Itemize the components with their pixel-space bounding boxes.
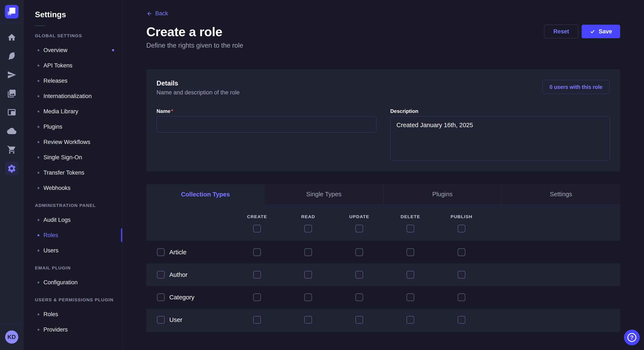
permission-checkbox[interactable]	[458, 248, 465, 256]
bullet-icon	[38, 111, 40, 113]
bullet-icon	[38, 234, 40, 236]
sidebar-item-review-workflows[interactable]: Review Workflows	[24, 134, 122, 150]
permission-checkbox[interactable]	[304, 316, 312, 324]
permission-checkbox[interactable]	[458, 271, 465, 279]
sidebar-item-api-tokens[interactable]: API Tokens	[24, 58, 122, 73]
name-label: Name*	[156, 108, 376, 114]
description-field-group: Description Created January 16th, 2025	[390, 108, 610, 161]
sidebar-item-providers[interactable]: Providers	[24, 322, 122, 337]
bullet-icon	[38, 49, 40, 51]
sidebar-item-plugins[interactable]: Plugins	[24, 119, 122, 134]
permission-checkbox[interactable]	[406, 293, 414, 301]
permission-checkbox[interactable]	[304, 271, 312, 279]
gear-icon[interactable]	[5, 162, 18, 175]
section-global-settings: GLOBAL SETTINGS Overview API Tokens Rele…	[24, 33, 122, 196]
permissions-header-row: CREATE READ UPDATE DELETE PUBLISH	[146, 205, 620, 219]
sidebar-item-audit-logs[interactable]: Audit Logs	[24, 212, 122, 227]
permission-checkbox[interactable]	[253, 248, 261, 256]
bullet-icon	[38, 65, 40, 67]
tab-settings[interactable]: Settings	[502, 184, 620, 205]
permission-checkbox[interactable]	[304, 248, 312, 256]
table-row-author: Author	[146, 263, 620, 286]
sidebar-item-roles-up[interactable]: Roles	[24, 307, 122, 322]
column-header-read: READ	[282, 214, 334, 219]
rail-bottom: KD	[0, 325, 23, 350]
row-select-checkbox[interactable]	[157, 293, 164, 301]
users-with-role-button[interactable]: 0 users with this role	[542, 80, 610, 94]
sidebar-item-releases[interactable]: Releases	[24, 73, 122, 88]
images-icon[interactable]	[5, 87, 18, 100]
details-title: Details	[156, 80, 610, 87]
sidebar-item-internationalization[interactable]: Internationalization	[24, 88, 122, 104]
bullet-icon	[38, 329, 40, 331]
back-link[interactable]: Back	[146, 10, 168, 17]
select-all-delete-checkbox[interactable]	[406, 225, 414, 232]
sidebar-item-users[interactable]: Users	[24, 243, 122, 258]
cloud-icon[interactable]	[5, 124, 18, 138]
row-select-checkbox[interactable]	[157, 316, 164, 324]
row-select-checkbox[interactable]	[157, 271, 164, 279]
permissions-tabs: Collection Types Single Types Plugins Se…	[146, 184, 620, 205]
select-all-read-checkbox[interactable]	[304, 225, 312, 232]
bullet-icon	[38, 250, 40, 252]
row-select-checkbox[interactable]	[157, 248, 164, 256]
cart-icon[interactable]	[5, 143, 18, 157]
select-all-publish-checkbox[interactable]	[458, 225, 465, 232]
table-row-article: Article	[146, 241, 620, 263]
permission-checkbox[interactable]	[356, 316, 363, 324]
permission-checkbox[interactable]	[356, 271, 363, 279]
permission-checkbox[interactable]	[304, 293, 312, 301]
permission-checkbox[interactable]	[406, 271, 414, 279]
permission-checkbox[interactable]	[253, 316, 261, 324]
page-subtitle: Define the rights given to the role	[146, 42, 620, 49]
permission-checkbox[interactable]	[253, 293, 261, 301]
permission-checkbox[interactable]	[458, 293, 465, 301]
section-administration-panel: ADMINISTRATION PANEL Audit Logs Roles Us…	[24, 203, 122, 258]
column-header-delete: DELETE	[385, 214, 436, 219]
column-header-publish: PUBLISH	[436, 214, 487, 219]
home-icon[interactable]	[5, 31, 18, 44]
table-row-category: Category	[146, 286, 620, 309]
rail-icons	[5, 23, 18, 180]
sidebar-item-overview[interactable]: Overview	[24, 42, 122, 58]
help-button[interactable]: ?	[624, 330, 640, 345]
required-asterisk: *	[171, 108, 173, 114]
reset-button[interactable]: Reset	[544, 25, 578, 38]
description-textarea[interactable]: Created January 16th, 2025	[390, 116, 610, 161]
tab-single-types[interactable]: Single Types	[265, 184, 383, 205]
strapi-logo-shape-2	[8, 11, 11, 15]
permission-checkbox[interactable]	[406, 316, 414, 324]
select-all-update-checkbox[interactable]	[356, 225, 363, 232]
permission-checkbox[interactable]	[356, 248, 363, 256]
permission-checkbox[interactable]	[356, 293, 363, 301]
description-label: Description	[390, 108, 610, 114]
sidebar-item-media-library[interactable]: Media Library	[24, 104, 122, 119]
send-icon[interactable]	[5, 68, 18, 82]
save-button[interactable]: Save	[582, 25, 620, 38]
bullet-icon	[38, 172, 40, 174]
name-input[interactable]	[156, 116, 376, 133]
tab-plugins[interactable]: Plugins	[383, 184, 502, 205]
feather-icon[interactable]	[5, 49, 18, 63]
permission-checkbox[interactable]	[253, 271, 261, 279]
select-all-row	[146, 225, 620, 241]
sidebar-item-roles-admin[interactable]: Roles	[24, 227, 122, 243]
section-header: ADMINISTRATION PANEL	[24, 203, 122, 208]
bullet-icon	[38, 80, 40, 82]
sidebar-item-webhooks[interactable]: Webhooks	[24, 180, 122, 196]
details-card: Details Name and description of the role…	[146, 69, 620, 172]
permission-checkbox[interactable]	[406, 248, 414, 256]
strapi-logo[interactable]	[5, 5, 18, 18]
bullet-icon	[38, 141, 40, 143]
avatar[interactable]: KD	[5, 331, 18, 344]
sidebar-item-transfer-tokens[interactable]: Transfer Tokens	[24, 165, 122, 180]
tab-collection-types[interactable]: Collection Types	[146, 184, 265, 205]
bullet-icon	[38, 126, 40, 128]
bullet-icon	[38, 219, 40, 221]
sidebar-item-single-sign-on[interactable]: Single Sign-On	[24, 150, 122, 165]
layout-icon[interactable]	[5, 105, 18, 119]
section-header: EMAIL PLUGIN	[24, 265, 122, 270]
permission-checkbox[interactable]	[458, 316, 465, 324]
sidebar-item-configuration[interactable]: Configuration	[24, 275, 122, 290]
select-all-create-checkbox[interactable]	[253, 225, 261, 232]
